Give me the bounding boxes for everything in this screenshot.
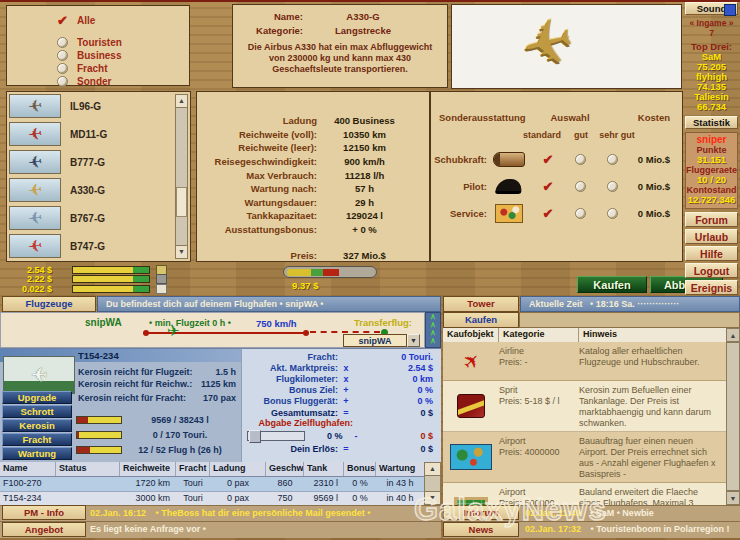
schrott-button[interactable]: Schrott xyxy=(2,405,72,418)
abgabe-value: 0 $ xyxy=(358,431,441,441)
aircraft-list-scrollbar[interactable]: ▲ ▼ xyxy=(175,94,188,259)
fleet-table-scrollbar[interactable]: ▲ ▼ xyxy=(424,462,441,505)
check-icon[interactable]: ✔ xyxy=(531,182,565,192)
tab-kaufen[interactable]: Kaufen xyxy=(443,312,519,328)
shop-row-airport[interactable]: AirportPreis: 4000000 Bauauftrag fuer ei… xyxy=(443,432,726,483)
tab-pm-info[interactable]: PM - Info xyxy=(2,505,86,520)
filter-option-touristen[interactable]: Touristen xyxy=(57,36,189,49)
transfer-airport-select[interactable]: snipWA xyxy=(343,334,407,347)
tower-tab-strip xyxy=(519,312,740,328)
pilot-cap-icon xyxy=(495,179,523,194)
sound-toggle-icon[interactable] xyxy=(724,4,736,16)
speed-label: 750 km/h xyxy=(256,318,297,329)
hilfe-button[interactable]: Hilfe xyxy=(685,246,738,261)
radio-icon[interactable] xyxy=(575,154,586,165)
transfer-dashed-line xyxy=(310,331,380,333)
urlaub-button[interactable]: Urlaub xyxy=(685,229,738,244)
shop-table: ✈ AirlinePreis: - Katalog aller erhaeltl… xyxy=(443,342,726,505)
forum-button[interactable]: Forum xyxy=(685,212,738,227)
scrollbar-thumb[interactable] xyxy=(176,187,187,217)
shop-row-sprit[interactable]: SpritPreis: 5-18 $ / l Kerosin zum Befue… xyxy=(443,381,726,432)
erloes-label: Dein Erlös: xyxy=(242,444,338,454)
route-end-dot xyxy=(303,330,309,336)
aircraft-list-item[interactable]: ✈ A340-G xyxy=(7,260,190,262)
scroll-up-icon[interactable]: ▲ xyxy=(425,463,440,476)
radio-icon[interactable] xyxy=(575,181,586,192)
radio-icon[interactable] xyxy=(607,208,618,219)
aircraft-list-item[interactable]: ✈ MD11-G xyxy=(7,120,190,148)
ingame-count: 7 xyxy=(685,28,738,38)
aircraft-list-item[interactable]: ✈ B767-G xyxy=(7,204,190,232)
filter-option-business[interactable]: Business xyxy=(57,49,189,62)
radio-icon xyxy=(57,63,68,74)
aircraft-thumbnail: ✈ xyxy=(9,122,61,146)
scroll-down-icon[interactable]: ▼ xyxy=(425,491,440,504)
price-label: Preis: xyxy=(197,250,317,261)
upgrade-button[interactable]: Upgrade xyxy=(2,391,72,404)
fleet-row[interactable]: F100-270 1720 km Touri 0 pax 860 2310 l … xyxy=(0,477,424,492)
abgabe-slider[interactable] xyxy=(247,431,305,441)
filter-option-fracht[interactable]: Fracht xyxy=(57,62,189,75)
tab-tower[interactable]: Tower xyxy=(443,296,519,312)
equipment-title: Sonderausstattung xyxy=(439,112,526,123)
player-stats: sniper Punkte 31.151 Fluggeraete 10 / 20… xyxy=(685,132,738,209)
min-flight-label: • min. Flugzeit 0 h • xyxy=(149,318,231,328)
scroll-down-icon[interactable]: ▼ xyxy=(176,245,187,258)
slider-handle[interactable] xyxy=(249,430,261,443)
statistik-button[interactable]: Statistik xyxy=(685,116,738,129)
aircraft-list-item[interactable]: ✈ B777-G xyxy=(7,148,190,176)
filter-option-sonder[interactable]: Sonder xyxy=(57,75,189,88)
aircraft-list-item[interactable]: ✈ IL96-G xyxy=(7,92,190,120)
aircraft-list-item[interactable]: ✈ B747-G xyxy=(7,232,190,260)
radio-icon[interactable] xyxy=(607,154,618,165)
inforum-time: 02.Jan. 11:49 xyxy=(525,508,581,518)
shop-table-scrollbar[interactable] xyxy=(726,342,740,491)
transfer-label: Transferflug: xyxy=(354,317,412,328)
check-icon[interactable]: ✔ xyxy=(531,155,565,165)
shop-row-bauland[interactable]: AirportPreis: 500000 Bauland erweitert d… xyxy=(443,483,726,505)
aircraft-list-item[interactable]: ✈ A330-G xyxy=(7,176,190,204)
tab-inforum[interactable]: Inforum xyxy=(443,505,519,520)
logout-button[interactable]: Logout xyxy=(685,263,738,278)
dropdown-arrow-icon[interactable]: ▼ xyxy=(407,334,420,347)
selected-aircraft-panel: T154-234 ✈ Kerosin reicht für Flugzeit: … xyxy=(0,348,241,462)
scroll-up-icon[interactable]: ▲ xyxy=(176,95,187,108)
wartung-button[interactable]: Wartung xyxy=(2,447,72,460)
news-time: 02.Jan. 17:32 xyxy=(525,524,581,534)
filter-option-alle[interactable]: ✔ Alle xyxy=(57,14,189,27)
scroll-up-icon[interactable]: ▲ xyxy=(726,328,740,342)
scroll-down-icon[interactable]: ▼ xyxy=(726,491,740,505)
radio-icon xyxy=(57,50,68,61)
plane-icon: ✈ xyxy=(514,4,582,85)
tab-angebot[interactable]: Angebot xyxy=(2,522,86,537)
aircraft-price: 327 Mio.$ xyxy=(317,250,412,261)
kaufen-button[interactable]: Kaufen xyxy=(577,276,647,293)
airline-icon: ✈ xyxy=(457,347,486,376)
news-message: • Touristenboom in Polarregion ! xyxy=(591,524,730,534)
kerosin-button[interactable]: Kerosin xyxy=(2,419,72,432)
tab-news[interactable]: News xyxy=(443,522,519,537)
radio-icon xyxy=(57,37,68,48)
sound-button[interactable]: Sound xyxy=(685,2,738,15)
angebot-message: Es liegt keine Anfrage vor • xyxy=(90,524,206,534)
topdrei-points: 66.734 xyxy=(685,102,738,112)
collapse-chevrons-icon[interactable]: ∧∧∧∧ xyxy=(425,312,441,348)
fracht-button[interactable]: Fracht xyxy=(2,433,72,446)
fuel-level-row: 9569 / 38243 l xyxy=(76,415,238,425)
radio-icon[interactable] xyxy=(575,208,586,219)
radio-icon[interactable] xyxy=(607,181,618,192)
plane-photo-icon: ✈ xyxy=(31,363,48,387)
tab-flugzeuge[interactable]: Flugzeuge xyxy=(2,296,96,312)
fleet-table-header: Name Status Reichweite Fracht Ladung Ges… xyxy=(0,462,424,477)
check-icon[interactable]: ✔ xyxy=(531,209,565,219)
ereignis-button[interactable]: Ereignis xyxy=(685,280,738,295)
aircraft-list: ✈ IL96-G ✈ MD11-G ✈ B777-G ✈ A330-G ✈ B7… xyxy=(6,91,191,262)
aircraft-category: Langstrecke xyxy=(303,25,423,36)
revenue-panel: Fracht:0 Touri. Akt. Marktpreis:x2.54 $ … xyxy=(241,348,441,462)
shop-row-airline[interactable]: ✈ AirlinePreis: - Katalog aller erhaeltl… xyxy=(443,342,726,381)
tourist-price-icon xyxy=(156,265,167,275)
fleet-table: Name Status Reichweite Fracht Ladung Ges… xyxy=(0,462,424,507)
hangar-header: Du befindest dich auf deinem Flughafen •… xyxy=(97,296,441,312)
aircraft-info-panel: Name: A330-G Kategorie: Langstrecke Die … xyxy=(232,4,448,88)
equipment-row-service: Service: ✔ 0 Mio.$ xyxy=(431,200,682,227)
